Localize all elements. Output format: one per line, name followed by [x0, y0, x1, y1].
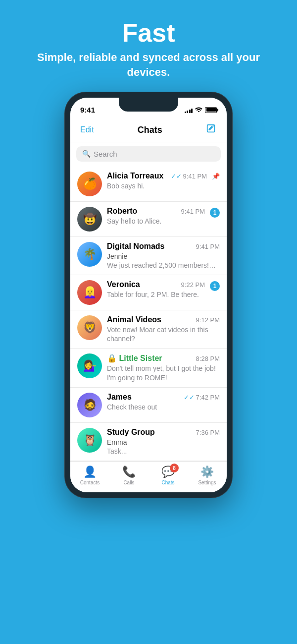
signal-bars-icon	[185, 107, 193, 113]
chat-item-roberto[interactable]: 🤠Roberto9:41 PMSay hello to Alice.1	[70, 202, 227, 237]
chat-preview-nomads: JennieWe just reached 2,500 members! WOO…	[107, 252, 220, 270]
chat-name-nomads: Digital Nomads	[107, 242, 164, 251]
signal-bar-3	[189, 110, 191, 113]
tab-contacts[interactable]: 👤Contacts	[70, 466, 109, 485]
chat-time-veronica: 9:22 PM	[181, 281, 205, 289]
chat-content-study: Study Group7:36 PMEmmaTask...	[107, 428, 220, 456]
avatar-animal: 🦁	[77, 315, 102, 340]
chat-header-roberto: Roberto9:41 PM	[107, 207, 205, 216]
hero-title: Fast	[0, 19, 297, 47]
avatar-nomads: 🌴	[77, 242, 102, 267]
chat-time-nomads: 9:41 PM	[196, 243, 220, 250]
chat-preview-veronica: Table for four, 2 PM. Be there.	[107, 290, 205, 299]
tab-label-calls: Calls	[123, 480, 134, 485]
chat-item-nomads[interactable]: 🌴Digital Nomads9:41 PMJennieWe just reac…	[70, 237, 227, 275]
tab-settings[interactable]: ⚙️Settings	[188, 466, 227, 485]
chat-item-sister[interactable]: 💁‍♀️🔒 Little Sister8:28 PMDon't tell mom…	[70, 349, 227, 387]
unread-badge-veronica: 1	[210, 281, 220, 291]
chat-list: 🍊Alicia Torreaux✓✓9:41 PMBob says hi.📌🤠R…	[70, 167, 227, 462]
phone-inner: 9:41 Edi	[70, 98, 227, 493]
chat-item-james[interactable]: 🧔James✓✓7:42 PMCheck these out	[70, 388, 227, 423]
chat-header-james: James✓✓7:42 PM	[107, 393, 220, 402]
chat-item-alicia[interactable]: 🍊Alicia Torreaux✓✓9:41 PMBob says hi.📌	[70, 167, 227, 202]
chat-header-veronica: Veronica9:22 PM	[107, 280, 205, 289]
notch	[119, 98, 178, 112]
chat-header-sister: 🔒 Little Sister8:28 PM	[107, 353, 220, 363]
chat-content-james: James✓✓7:42 PMCheck these out	[107, 393, 220, 411]
compose-button[interactable]	[206, 123, 217, 137]
status-icons	[185, 106, 217, 114]
signal-bar-1	[185, 112, 186, 113]
chat-meta-roberto: 1	[210, 208, 220, 218]
chat-item-study[interactable]: 🦉Study Group7:36 PMEmmaTask...	[70, 423, 227, 461]
avatar-alicia: 🍊	[77, 172, 102, 196]
status-time: 9:41	[80, 106, 95, 114]
chat-content-roberto: Roberto9:41 PMSay hello to Alice.	[107, 207, 205, 226]
double-check-icon: ✓✓	[171, 173, 182, 180]
chat-time-sister: 8:28 PM	[196, 355, 220, 362]
nav-title: Chats	[138, 125, 162, 135]
tab-bar: 👤Contacts📞Calls💬8Chats⚙️Settings	[70, 461, 227, 492]
chat-preview-animal: Vote now! Moar cat videos in this channe…	[107, 325, 220, 343]
signal-bar-4	[191, 109, 193, 113]
phone-wrapper: 9:41 Edi	[0, 92, 297, 499]
chat-name-veronica: Veronica	[107, 280, 140, 289]
chat-item-veronica[interactable]: 👱‍♀️Veronica9:22 PMTable for four, 2 PM.…	[70, 275, 227, 310]
avatar-james: 🧔	[77, 393, 102, 417]
avatar-study: 🦉	[77, 428, 102, 453]
chat-meta-veronica: 1	[210, 281, 220, 291]
avatar-veronica: 👱‍♀️	[77, 280, 102, 305]
search-bar-wrap: 🔍 Search	[70, 142, 227, 167]
tab-icon-wrap-contacts: 👤	[83, 466, 97, 478]
chat-time-animal: 9:12 PM	[196, 316, 220, 324]
chat-preview-study: EmmaTask...	[107, 438, 220, 456]
battery-icon	[205, 107, 217, 113]
search-bar[interactable]: 🔍 Search	[76, 146, 221, 162]
chat-header-alicia: Alicia Torreaux✓✓9:41 PM	[107, 172, 207, 180]
chat-preview-alicia: Bob says hi.	[107, 181, 207, 190]
chat-content-animal: Animal Videos9:12 PMVote now! Moar cat v…	[107, 315, 220, 343]
chat-time-roberto: 9:41 PM	[181, 208, 205, 215]
unread-badge-roberto: 1	[210, 208, 220, 218]
search-icon: 🔍	[82, 150, 91, 158]
chat-time-study: 7:36 PM	[196, 429, 220, 436]
tab-calls[interactable]: 📞Calls	[109, 466, 148, 485]
signal-bar-2	[187, 111, 188, 113]
chat-header-animal: Animal Videos9:12 PM	[107, 315, 220, 324]
chat-content-sister: 🔒 Little Sister8:28 PMDon't tell mom yet…	[107, 353, 220, 382]
battery-fill	[206, 108, 216, 112]
chat-content-veronica: Veronica9:22 PMTable for four, 2 PM. Be …	[107, 280, 205, 299]
double-check-icon: ✓✓	[184, 394, 195, 401]
chat-preview-sister: Don't tell mom yet, but I got the job! I…	[107, 364, 220, 382]
chat-header-nomads: Digital Nomads9:41 PM	[107, 242, 220, 251]
avatar-roberto: 🤠	[77, 207, 102, 232]
settings-tab-icon: ⚙️	[200, 466, 214, 478]
hero-subtitle: Simple, reliable and synced across all y…	[0, 50, 297, 79]
pin-icon-alicia: 📌	[212, 173, 220, 180]
hero-section: Fast Simple, reliable and synced across …	[0, 0, 297, 92]
tab-label-settings: Settings	[198, 480, 216, 485]
calls-tab-icon: 📞	[122, 466, 136, 478]
chat-content-alicia: Alicia Torreaux✓✓9:41 PMBob says hi.	[107, 172, 207, 190]
wifi-icon	[195, 106, 202, 114]
chat-name-james: James	[107, 393, 132, 402]
chat-header-study: Study Group7:36 PM	[107, 428, 220, 437]
tab-chats[interactable]: 💬8Chats	[148, 466, 188, 485]
nav-bar: Edit Chats	[70, 119, 227, 142]
chat-name-study: Study Group	[107, 428, 155, 437]
chat-name-alicia: Alicia Torreaux	[107, 172, 163, 180]
chat-meta-alicia: 📌	[212, 173, 220, 180]
chat-content-nomads: Digital Nomads9:41 PMJennieWe just reach…	[107, 242, 220, 270]
tab-icon-wrap-calls: 📞	[122, 466, 136, 478]
tab-badge-chats: 8	[170, 464, 179, 472]
avatar-sister: 💁‍♀️	[77, 353, 102, 378]
chat-preview-james: Check these out	[107, 403, 220, 411]
tab-label-chats: Chats	[161, 480, 174, 485]
phone-frame: 9:41 Edi	[64, 92, 233, 499]
tab-icon-wrap-chats: 💬8	[161, 466, 175, 478]
chat-time-alicia: ✓✓9:41 PM	[171, 173, 207, 180]
edit-button[interactable]: Edit	[80, 125, 94, 134]
chat-name-roberto: Roberto	[107, 207, 137, 216]
search-input[interactable]: Search	[94, 150, 117, 158]
chat-item-animal[interactable]: 🦁Animal Videos9:12 PMVote now! Moar cat …	[70, 310, 227, 349]
